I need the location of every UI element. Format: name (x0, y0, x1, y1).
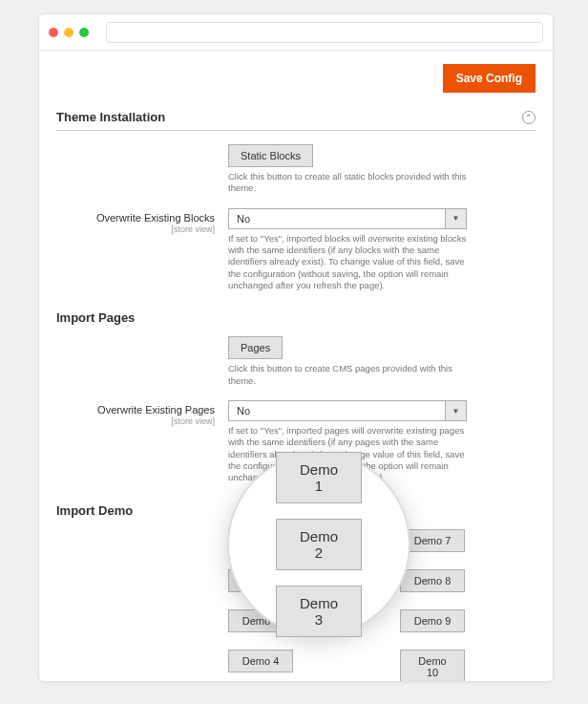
field-static-blocks: Static Blocks Click this button to creat… (56, 144, 536, 195)
titlebar (39, 14, 553, 51)
window-minimize-dot[interactable] (64, 28, 74, 37)
select-value: No (229, 209, 445, 228)
field-pages: Pages Click this button to create CMS pa… (56, 336, 536, 387)
collapse-icon[interactable]: ⌃ (522, 111, 536, 124)
select-value: No (229, 401, 445, 420)
overwrite-blocks-select[interactable]: No ▼ (228, 208, 467, 229)
demo-button[interactable]: Demo 9 (400, 609, 465, 632)
magnifier-overlay: Demo 1 Demo 2 Demo 3 (227, 453, 410, 636)
scope-label: [store view] (56, 224, 215, 234)
window-zoom-dot[interactable] (79, 28, 89, 37)
demo-button[interactable]: Demo 8 (400, 569, 465, 592)
url-bar[interactable] (106, 22, 543, 43)
demo-button[interactable]: Demo 4 (228, 650, 293, 672)
field-overwrite-blocks: Overwrite Existing Blocks [store view] N… (56, 208, 536, 292)
chevron-down-icon: ▼ (445, 209, 466, 228)
field-label: Overwrite Existing Blocks [store view] (56, 208, 228, 292)
field-label: Overwrite Existing Pages [store view] (56, 400, 228, 484)
magnified-demo-button[interactable]: Demo 3 (276, 586, 362, 637)
section-title: Theme Installation (56, 110, 165, 124)
help-text: If set to "Yes", imported blocks will ov… (228, 233, 467, 292)
section-header: Theme Installation ⌃ (56, 100, 536, 131)
static-blocks-button[interactable]: Static Blocks (228, 144, 313, 167)
pages-button[interactable]: Pages (228, 336, 283, 359)
window-close-dot[interactable] (49, 28, 58, 37)
magnified-demo-button[interactable]: Demo 1 (276, 452, 362, 503)
import-pages-header: Import Pages (56, 305, 536, 336)
overwrite-pages-select[interactable]: No ▼ (228, 400, 467, 421)
chevron-down-icon: ▼ (445, 401, 466, 420)
demo-button[interactable]: Demo 10 (400, 650, 465, 681)
scope-label: [store view] (56, 416, 215, 426)
magnified-demo-button[interactable]: Demo 2 (276, 519, 362, 570)
save-config-button[interactable]: Save Config (443, 64, 536, 93)
page-actions: Save Config (39, 51, 553, 100)
help-text: Click this button to create all static b… (228, 171, 467, 195)
help-text: Click this button to create CMS pages pr… (228, 363, 467, 387)
